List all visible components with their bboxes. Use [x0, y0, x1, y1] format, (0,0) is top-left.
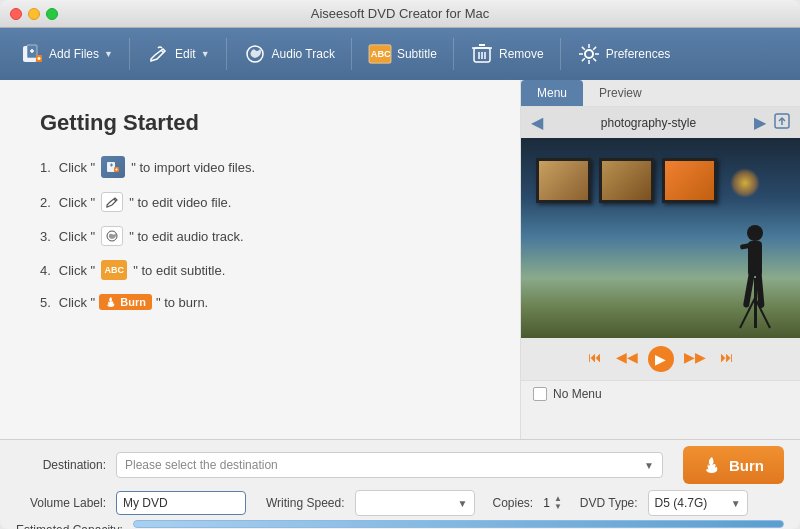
toolbar-sep-5	[560, 38, 561, 70]
edit-dropdown-arrow[interactable]: ▼	[201, 49, 210, 59]
traffic-lights	[10, 8, 58, 20]
play-button[interactable]: ▶	[648, 346, 674, 372]
destination-placeholder: Please select the destination	[125, 458, 278, 472]
bottom-bar: Destination: Please select the destinati…	[0, 439, 800, 529]
dvd-type-label: DVD Type:	[580, 496, 638, 510]
maximize-button[interactable]	[46, 8, 58, 20]
copies-value: 1	[543, 496, 550, 510]
menu-tab[interactable]: Menu	[521, 80, 583, 106]
remove-button[interactable]: Remove	[460, 36, 554, 72]
style-name: photography-style	[601, 116, 696, 130]
burn-button[interactable]: Burn	[683, 446, 784, 484]
remove-label: Remove	[499, 47, 544, 61]
step-3: 3. Click " " to edit audio track.	[40, 226, 480, 246]
photo-frames	[536, 158, 717, 203]
getting-started-title: Getting Started	[40, 110, 480, 136]
writing-speed-arrow: ▼	[458, 498, 468, 509]
step-3-before: Click "	[59, 229, 95, 244]
settings-row: Volume Label: Writing Speed: ▼ Copies: 1…	[16, 490, 784, 516]
dvd-type-select[interactable]: D5 (4.7G) ▼	[648, 490, 748, 516]
copies-label: Copies:	[493, 496, 534, 510]
rewind-button[interactable]: ◀◀	[616, 346, 638, 368]
photo-frame-3	[662, 158, 717, 203]
destination-select[interactable]: Please select the destination ▼	[116, 452, 663, 478]
preview-nav: ◀ photography-style ▶	[521, 107, 800, 138]
volume-input[interactable]	[116, 491, 246, 515]
step-4-num: 4.	[40, 263, 51, 278]
remove-icon	[470, 42, 494, 66]
toolbar: Add Files ▼ Edit ▼ Audio Track	[0, 28, 800, 80]
edit-icon	[146, 42, 170, 66]
preview-controls: ⏮ ◀◀ ▶ ▶▶ ⏭	[521, 338, 800, 380]
step-2-before: Click "	[59, 195, 95, 210]
export-icon[interactable]	[774, 113, 790, 132]
step-4-after: " to edit subtitle.	[133, 263, 225, 278]
add-files-icon	[20, 42, 44, 66]
step-1: 1. Click " " to import video files.	[40, 156, 480, 178]
writing-speed-select[interactable]: ▼	[355, 490, 475, 516]
destination-row: Destination: Please select the destinati…	[16, 446, 784, 484]
step-1-after: " to import video files.	[131, 160, 255, 175]
subtitle-button[interactable]: ABC Subtitle	[358, 36, 447, 72]
add-files-step-icon	[101, 156, 125, 178]
step-5-num: 5.	[40, 295, 51, 310]
minimize-button[interactable]	[28, 8, 40, 20]
preview-tab[interactable]: Preview	[583, 80, 658, 106]
preview-tabs: Menu Preview	[521, 80, 800, 107]
step-3-after: " to edit audio track.	[129, 229, 243, 244]
copies-down-arrow[interactable]: ▼	[554, 503, 562, 511]
toolbar-sep-1	[129, 38, 130, 70]
edit-step-icon	[101, 192, 123, 212]
add-files-label: Add Files	[49, 47, 99, 61]
photo-frame-1	[536, 158, 591, 203]
photographer-silhouette	[730, 208, 780, 338]
subtitle-step-icon: ABC	[101, 260, 127, 280]
preferences-label: Preferences	[606, 47, 671, 61]
step-1-before: Click "	[59, 160, 95, 175]
burn-btn-text: Burn	[120, 296, 146, 308]
step-3-num: 3.	[40, 229, 51, 244]
burn-flame-icon	[703, 456, 721, 474]
estimated-capacity-label: Estimated Capacity:	[16, 523, 123, 530]
prev-style-arrow[interactable]: ◀	[531, 113, 543, 132]
burn-step-icon: Burn	[99, 294, 152, 310]
volume-label: Volume Label:	[16, 496, 106, 510]
close-button[interactable]	[10, 8, 22, 20]
dvd-type-value: D5 (4.7G)	[655, 496, 708, 510]
edit-label: Edit	[175, 47, 196, 61]
no-menu-label: No Menu	[553, 387, 602, 401]
toolbar-sep-3	[351, 38, 352, 70]
fast-forward-button[interactable]: ▶▶	[684, 346, 706, 368]
copies-stepper: 1 ▲ ▼	[543, 495, 562, 511]
audio-step-icon	[101, 226, 123, 246]
copies-stepper-arrows[interactable]: ▲ ▼	[554, 495, 562, 511]
capacity-row: Estimated Capacity: 0.5GB 1G 1.5GB 2GB 2…	[16, 520, 784, 529]
edit-button[interactable]: Edit ▼	[136, 36, 220, 72]
audio-track-label: Audio Track	[272, 47, 335, 61]
window-title: Aiseesoft DVD Creator for Mac	[311, 6, 489, 21]
step-4: 4. Click " ABC " to edit subtitle.	[40, 260, 480, 280]
svg-text:ABC: ABC	[371, 49, 391, 59]
preview-panel: Menu Preview ◀ photography-style ▶	[520, 80, 800, 439]
no-menu-checkbox[interactable]	[533, 387, 547, 401]
preferences-button[interactable]: Preferences	[567, 36, 681, 72]
skip-back-button[interactable]: ⏮	[584, 346, 606, 368]
step-5-after: " to burn.	[156, 295, 208, 310]
audio-track-button[interactable]: Audio Track	[233, 36, 345, 72]
capacity-bar	[133, 520, 784, 528]
writing-speed-label: Writing Speed:	[266, 496, 345, 510]
toolbar-sep-4	[453, 38, 454, 70]
add-files-dropdown-arrow[interactable]: ▼	[104, 49, 113, 59]
add-files-button[interactable]: Add Files ▼	[10, 36, 123, 72]
dvd-type-arrow: ▼	[731, 498, 741, 509]
preferences-icon	[577, 42, 601, 66]
no-menu-area: No Menu	[521, 380, 800, 407]
title-bar: Aiseesoft DVD Creator for Mac	[0, 0, 800, 28]
step-5-before: Click "	[59, 295, 95, 310]
steps-list: 1. Click " " to import video files. 2. C…	[40, 156, 480, 310]
next-style-arrow[interactable]: ▶	[754, 113, 766, 132]
destination-label: Destination:	[16, 458, 106, 472]
skip-forward-button[interactable]: ⏭	[716, 346, 738, 368]
photo-frame-2	[599, 158, 654, 203]
main-area: Getting Started 1. Click " " to import v…	[0, 80, 800, 439]
